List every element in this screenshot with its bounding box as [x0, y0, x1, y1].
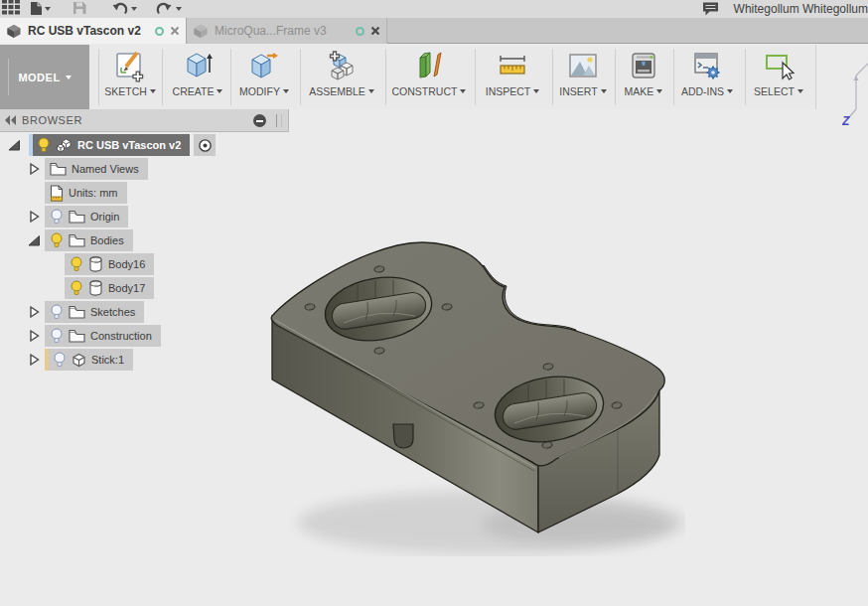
tree-item-label: Sketches	[90, 306, 135, 318]
toolbar-separator	[385, 49, 386, 105]
new-file-dropdown-caret[interactable]	[45, 7, 51, 11]
body-icon	[88, 280, 103, 296]
toolbar-group-label: CREATE	[173, 85, 215, 97]
user-name[interactable]: Whitegollum Whitegollum	[734, 2, 868, 16]
tree-item-label: Origin	[90, 211, 119, 223]
expand-arrow-icon[interactable]	[27, 329, 41, 343]
browser-resize-grip[interactable]	[276, 114, 282, 127]
toolbar-group-label: ADD-INS	[681, 85, 724, 97]
tree-item-bodies[interactable]: Bodies	[45, 229, 133, 251]
insert-icon	[566, 49, 600, 82]
tree-item-label: Body16	[108, 258, 145, 270]
bulb-off-icon[interactable]	[53, 352, 67, 368]
tree-item-construction[interactable]: Construction	[45, 325, 161, 347]
activate-component-radio[interactable]	[194, 134, 216, 156]
bulb-off-icon[interactable]	[50, 209, 64, 225]
toolbar-group-select[interactable]: SELECT	[737, 49, 820, 106]
document-cube-icon	[193, 24, 209, 39]
workspace-selector[interactable]: MODEL	[0, 45, 89, 109]
expand-arrow-icon[interactable]	[27, 305, 41, 319]
toolbar-separator	[230, 49, 231, 105]
toolbar-separator	[162, 49, 163, 105]
toolbar-separator	[745, 49, 746, 105]
bulb-off-icon[interactable]	[50, 328, 64, 344]
folder-icon	[69, 305, 85, 319]
tree-item-units-mm[interactable]: Units: mm	[45, 182, 127, 204]
tab-close-icon[interactable]	[170, 26, 180, 36]
comment-icon[interactable]	[702, 1, 720, 16]
tree-item-body16[interactable]: Body16	[65, 253, 154, 275]
addins-icon	[690, 49, 724, 82]
tree-item-sketches[interactable]: Sketches	[45, 301, 144, 323]
undo-dropdown-caret[interactable]	[131, 7, 137, 11]
construct-icon	[412, 49, 446, 82]
toolbar-group-label: CONSTRUCT	[392, 85, 458, 97]
bulb-on-icon[interactable]	[70, 256, 83, 272]
toolbar-group-label: MODIFY	[239, 85, 280, 97]
workspace-dropdown-caret	[66, 76, 72, 79]
save-icon[interactable]	[72, 1, 86, 15]
dropdown-caret	[460, 89, 466, 93]
toolbar-separator	[98, 49, 99, 105]
redo-dropdown-caret[interactable]	[176, 7, 182, 11]
toolbar-group-construct[interactable]: CONSTRUCT	[387, 49, 471, 106]
tab-close-icon[interactable]	[370, 26, 380, 36]
modify-icon	[247, 49, 281, 82]
document-cube-icon	[6, 24, 22, 39]
make-icon	[627, 49, 660, 82]
toolbar-separator	[673, 49, 674, 105]
toolbar-group-modify[interactable]: MODIFY	[222, 49, 306, 106]
redo-icon[interactable]	[156, 1, 173, 15]
tree-row-units-mm: Units: mm	[0, 182, 298, 204]
tab-label: RC USB vTascon v2	[28, 24, 149, 38]
tree-item-label: Construction	[90, 330, 152, 342]
sketch-icon	[113, 49, 147, 82]
assemble-icon	[325, 49, 359, 82]
tab-rc-usb-vtascon[interactable]: RC USB vTascon v2	[0, 18, 187, 44]
collapse-panel-icon[interactable]	[4, 114, 18, 126]
tree-item-stick-1[interactable]: Stick:1	[45, 349, 133, 371]
units-document-icon	[50, 185, 64, 202]
browser-panel-title: BROWSER	[22, 114, 253, 126]
model-body	[271, 242, 664, 532]
top-app-bar: Whitegollum Whitegollum	[0, 0, 868, 18]
expand-arrow-icon[interactable]	[27, 210, 41, 224]
toolbar-group-assemble[interactable]: ASSEMBLE	[300, 49, 383, 106]
bulb-on-icon[interactable]	[70, 280, 83, 296]
3d-model-canvas[interactable]	[248, 228, 685, 556]
bulb-on-icon[interactable]	[50, 232, 64, 248]
tree-row-rc-usb-vtascon-v2: RC USB vTascon v2	[0, 134, 298, 156]
tree-item-body17[interactable]: Body17	[65, 277, 154, 299]
bulb-off-icon[interactable]	[50, 304, 64, 320]
expand-arrow-icon[interactable]	[27, 162, 41, 176]
axis-z-label: Z	[842, 114, 850, 128]
collapse-arrow-icon[interactable]	[27, 233, 41, 247]
tree-item-label: Stick:1	[91, 354, 124, 366]
tree-item-origin[interactable]: Origin	[45, 206, 128, 227]
collapse-arrow-icon[interactable]	[7, 138, 21, 152]
tree-row-origin: Origin	[0, 206, 298, 227]
tree-item-named-views[interactable]: Named Views	[45, 158, 148, 180]
select-icon	[762, 49, 796, 82]
bulb-on-icon[interactable]	[37, 137, 51, 153]
toolbar-separator	[615, 49, 616, 105]
component-icon	[56, 137, 72, 153]
dropdown-caret	[283, 89, 289, 93]
app-grid-icon[interactable]	[2, 0, 22, 16]
expand-arrow-icon[interactable]	[27, 353, 41, 367]
radio-target-icon	[198, 138, 213, 153]
tab-status-ring-icon	[356, 27, 364, 36]
dropdown-caret	[150, 89, 156, 93]
inspect-icon	[496, 49, 529, 82]
tab-microqua-frame[interactable]: MicroQua...Frame v3	[187, 18, 387, 44]
workspace-label: MODEL	[18, 72, 60, 83]
usb-port-notch	[393, 424, 413, 448]
browser-minimize-icon[interactable]	[253, 114, 266, 127]
tree-item-label: Named Views	[72, 163, 139, 175]
undo-icon[interactable]	[111, 1, 128, 15]
ribbon-toolbar: MODEL SKETCH CREATE	[0, 45, 816, 109]
document-tab-bar: RC USB vTascon v2 MicroQua...Frame v3	[0, 18, 868, 44]
dropdown-caret	[797, 89, 803, 93]
new-file-icon[interactable]	[30, 1, 43, 16]
tree-item-rc-usb-vtascon-v2[interactable]: RC USB vTascon v2	[29, 134, 190, 156]
